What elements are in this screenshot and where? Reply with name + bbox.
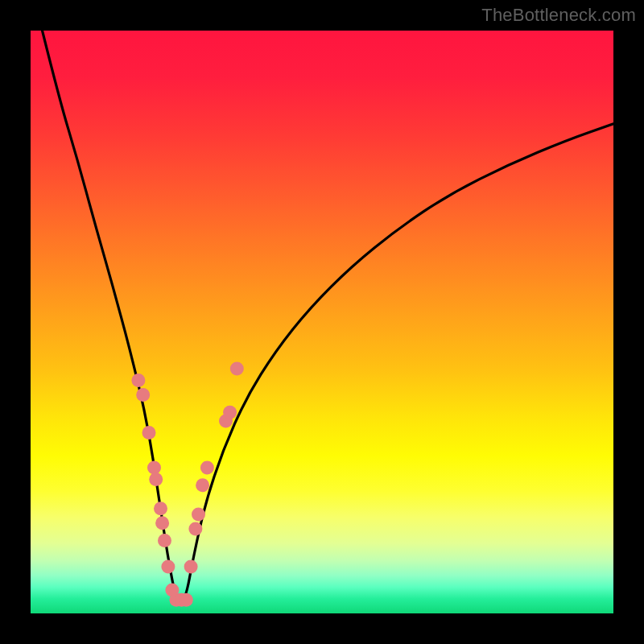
data-dot — [142, 426, 156, 440]
annotation-dots — [131, 361, 243, 606]
bottleneck-curve — [43, 31, 614, 602]
data-dot — [196, 478, 209, 492]
watermark-text: TheBottleneck.com — [481, 5, 636, 26]
data-dot — [131, 374, 145, 387]
data-dot — [184, 560, 198, 574]
data-dot — [200, 461, 214, 475]
data-dot — [136, 388, 150, 402]
data-dot — [223, 406, 237, 419]
data-dot — [192, 507, 205, 521]
plot-area — [31, 31, 613, 613]
data-dot — [155, 516, 169, 530]
chart-frame: TheBottleneck.com — [0, 0, 644, 644]
chart-svg — [31, 31, 613, 613]
data-dot — [161, 560, 175, 574]
data-dot — [230, 361, 244, 375]
data-dot — [147, 461, 161, 475]
data-dot — [180, 593, 193, 607]
data-dot — [158, 534, 171, 547]
data-dot — [149, 473, 163, 486]
data-dot — [154, 502, 167, 515]
data-dot — [188, 522, 202, 536]
